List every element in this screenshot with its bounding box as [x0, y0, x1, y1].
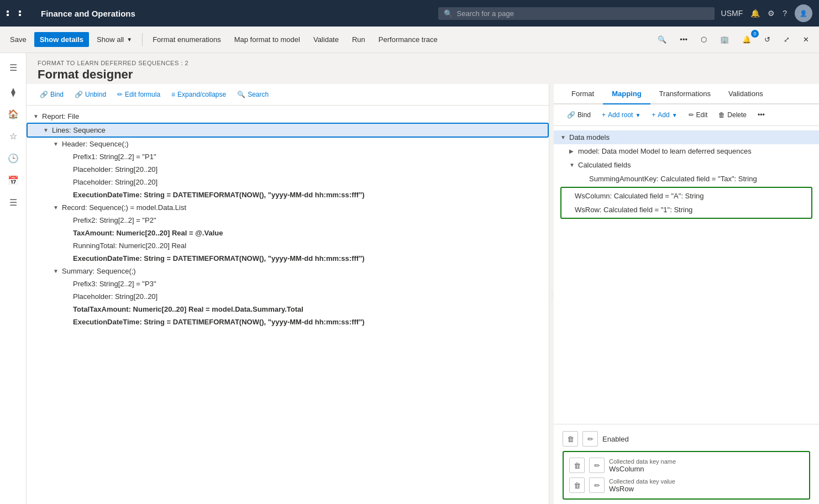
pencil-icon: ✏ — [117, 91, 123, 98]
tab-transformations[interactable]: Transformations — [650, 84, 720, 104]
toggle-data-models[interactable]: ▼ — [560, 134, 569, 140]
tab-validations[interactable]: Validations — [720, 84, 772, 104]
model-label-data-models: Data models — [569, 133, 812, 141]
model-item-model[interactable]: ▶ model: Data model Model to learn defer… — [554, 144, 819, 158]
app-grid-icon[interactable] — [7, 11, 30, 16]
unbind-button[interactable]: 🔗 Unbind — [70, 88, 111, 101]
add-root-button[interactable]: + Add root ▼ — [597, 109, 645, 121]
tree-item-execdt3[interactable]: ExecutionDateTime: String = DATETIMEFORM… — [27, 316, 549, 328]
connect-btn[interactable]: ⬡ — [695, 32, 712, 47]
search-icon-left: 🔍 — [237, 91, 245, 98]
key-value-edit-btn[interactable]: ✏ — [589, 477, 605, 493]
bind-button[interactable]: 🔗 Bind — [35, 88, 68, 101]
validate-button[interactable]: Validate — [308, 32, 344, 47]
user-avatar[interactable]: 👤 — [795, 4, 812, 22]
designer-area: 🔗 Bind 🔗 Unbind ✏ Edit formula ≡ Expand/… — [27, 84, 819, 504]
tree-item-totaltax[interactable]: TotalTaxAmount: Numeric[20..20] Real = m… — [27, 303, 549, 316]
performance-trace-button[interactable]: Performance trace — [373, 32, 443, 47]
sidebar-history-icon[interactable]: 🕒 — [3, 148, 23, 168]
tree-item-prefix2[interactable]: Prefix2: String[2..2] = "P2" — [27, 214, 549, 227]
model-item-data-models[interactable]: ▼ Data models — [554, 130, 819, 144]
more-options-btn[interactable]: ••• — [674, 32, 693, 47]
office-btn[interactable]: 🏢 — [715, 32, 734, 47]
model-item-summing[interactable]: SummingAmountKey: Calculated field = "Ta… — [554, 172, 819, 186]
tree-item-summary[interactable]: ▼ Summary: Sequence(;) — [27, 265, 549, 277]
breadcrumb: FORMAT TO LEARN DEFERRED SEQUENCES : 2 — [38, 60, 808, 66]
tree-item-prefix3[interactable]: Prefix3: String[2..2] = "P3" — [27, 277, 549, 290]
tree-item-execdt1[interactable]: ExecutionDateTime: String = DATETIMEFORM… — [27, 188, 549, 201]
close-btn[interactable]: ✕ — [797, 32, 815, 47]
expand-collapse-button[interactable]: ≡ Expand/collapse — [167, 88, 230, 101]
refresh-btn[interactable]: ↺ — [759, 32, 776, 47]
sidebar-list-icon[interactable]: ☰ — [3, 192, 23, 212]
help-icon[interactable]: ? — [783, 9, 787, 18]
main-content: FORMAT TO LEARN DEFERRED SEQUENCES : 2 F… — [27, 53, 819, 504]
map-format-button[interactable]: Map format to model — [229, 32, 306, 47]
tree-item-prefix1[interactable]: Prefix1: String[2..2] = "P1" — [27, 150, 549, 163]
sidebar-star-icon[interactable]: ☆ — [3, 126, 23, 146]
tree-label-placeholder3: Placeholder: String[20..20] — [73, 292, 542, 301]
search-btn[interactable]: 🔍 — [652, 32, 672, 47]
sidebar-filter-icon[interactable]: ⧫ — [3, 82, 23, 102]
toggle-record[interactable]: ▼ — [53, 204, 62, 211]
run-button[interactable]: Run — [347, 32, 371, 47]
tree-item-placeholder1[interactable]: Placeholder: String[20..20] — [27, 163, 549, 176]
sidebar-home-icon[interactable]: ☰ — [3, 57, 23, 77]
model-item-calc-fields[interactable]: ▼ Calculated fields — [554, 158, 819, 172]
global-search-bar[interactable]: 🔍 Search for a page — [438, 7, 715, 20]
tree-item-report[interactable]: ▼ Report: File — [27, 110, 549, 123]
sidebar-home-nav-icon[interactable]: 🏠 — [3, 104, 23, 124]
tree-item-runningtotal[interactable]: RunningTotal: Numeric[20..20] Real — [27, 239, 549, 252]
app-title: Finance and Operations — [41, 9, 432, 18]
resize-handle[interactable]: ⋮ — [549, 84, 554, 504]
tree-item-lines[interactable]: ▼ Lines: Sequence — [27, 123, 549, 138]
tree-item-taxamount[interactable]: TaxAmount: Numeric[20..20] Real = @.Valu… — [27, 227, 549, 239]
tree-item-placeholder2[interactable]: Placeholder: String[20..20] — [27, 176, 549, 188]
show-all-button[interactable]: Show all ▼ — [91, 32, 138, 47]
toggle-model[interactable]: ▶ — [569, 148, 578, 154]
add-button[interactable]: + Add ▼ — [647, 109, 681, 121]
tree-item-header[interactable]: ▼ Header: Sequence(;) — [27, 138, 549, 150]
edit-mapping-button[interactable]: ✏ Edit — [684, 109, 712, 121]
sidebar-calendar-icon[interactable]: 📅 — [3, 170, 23, 190]
tab-mapping[interactable]: Mapping — [603, 84, 650, 104]
toggle-lines[interactable]: ▼ — [43, 127, 52, 133]
model-item-wscolumn[interactable]: WsColumn: Calculated field = "A": String — [564, 189, 809, 203]
model-tree[interactable]: ▼ Data models ▶ model: Data model Model … — [554, 126, 819, 424]
key-name-edit-btn[interactable]: ✏ — [589, 458, 605, 473]
right-link-icon: 🔗 — [567, 111, 575, 119]
key-value-delete-btn[interactable]: 🗑 — [569, 477, 585, 493]
show-details-button[interactable]: Show details — [34, 32, 89, 47]
edit-formula-button[interactable]: ✏ Edit formula — [113, 88, 165, 101]
search-format-button[interactable]: 🔍 Search — [233, 88, 273, 101]
format-enumerations-button[interactable]: Format enumerations — [147, 32, 227, 47]
delete-mapping-button[interactable]: 🗑 Delete — [714, 109, 751, 121]
save-button[interactable]: Save — [4, 32, 32, 47]
toggle-header[interactable]: ▼ — [53, 141, 62, 147]
notification-icon[interactable]: 🔔 — [750, 9, 760, 18]
tab-format[interactable]: Format — [563, 84, 603, 104]
sidebar: ☰ ⧫ 🏠 ☆ 🕒 📅 ☰ — [0, 53, 27, 504]
key-name-delete-btn[interactable]: 🗑 — [569, 458, 585, 473]
right-toolbar: 🔗 Bind + Add root ▼ + Add ▼ ✏ Edit 🗑 Del… — [554, 104, 819, 126]
format-tree[interactable]: ▼ Report: File ▼ Lines: Sequence ▼ Heade… — [27, 106, 549, 504]
right-bind-button[interactable]: 🔗 Bind — [563, 109, 595, 121]
more-mapping-btn[interactable]: ••• — [753, 109, 769, 121]
model-item-wsrow[interactable]: WsRow: Calculated field = "1": String — [564, 203, 809, 217]
enabled-edit-btn[interactable]: ✏ — [582, 431, 598, 447]
tree-label-execdt3: ExecutionDateTime: String = DATETIMEFORM… — [73, 318, 542, 326]
separator-1 — [142, 33, 143, 46]
right-panel: Format Mapping Transformations Validatio… — [554, 84, 819, 504]
toggle-summary[interactable]: ▼ — [53, 268, 62, 274]
unlink-icon: 🔗 — [75, 91, 83, 98]
model-label-summing: SummingAmountKey: Calculated field = "Ta… — [589, 175, 812, 183]
settings-icon[interactable]: ⚙ — [768, 9, 775, 18]
main-layout: ☰ ⧫ 🏠 ☆ 🕒 📅 ☰ FORMAT TO LEARN DEFERRED S… — [0, 53, 819, 504]
tree-item-placeholder3[interactable]: Placeholder: String[20..20] — [27, 290, 549, 303]
enabled-delete-btn[interactable]: 🗑 — [563, 431, 578, 447]
popout-btn[interactable]: ⤢ — [778, 32, 795, 47]
toggle-calc-fields[interactable]: ▼ — [569, 162, 578, 168]
tree-item-record[interactable]: ▼ Record: Sequence(;) = model.Data.List — [27, 201, 549, 214]
toggle-report[interactable]: ▼ — [33, 113, 42, 119]
tree-item-execdt2[interactable]: ExecutionDateTime: String = DATETIMEFORM… — [27, 252, 549, 265]
